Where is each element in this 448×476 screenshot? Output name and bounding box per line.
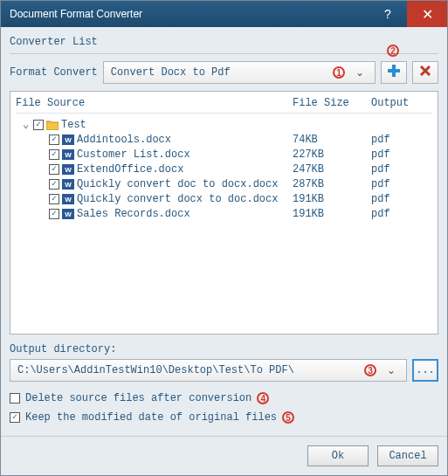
- tree-file-row[interactable]: ✓WExtendOffice.docx247KBpdf: [16, 162, 432, 176]
- tree-header: File Source File Size Output: [16, 95, 432, 114]
- file-name: Addintools.docx: [77, 134, 171, 146]
- svg-text:W: W: [65, 196, 72, 204]
- file-checkbox[interactable]: ✓: [49, 149, 59, 160]
- file-checkbox[interactable]: ✓: [49, 179, 59, 190]
- add-button[interactable]: 2: [381, 61, 407, 84]
- remove-button[interactable]: [412, 61, 438, 84]
- tree-file-row[interactable]: ✓WQuickly convert doc to docx.docx287KBp…: [16, 176, 432, 191]
- file-size: 247KB: [293, 163, 371, 176]
- word-icon: W: [62, 164, 74, 175]
- close-button[interactable]: ✕: [407, 1, 447, 27]
- file-checkbox[interactable]: ✓: [49, 209, 59, 219]
- ok-button[interactable]: Ok: [307, 445, 369, 466]
- annotation-badge-2: 2: [387, 45, 399, 57]
- word-icon: W: [62, 194, 74, 204]
- output-directory-value: C:\Users\AddinTestWin10\Desktop\Test\To …: [17, 364, 383, 376]
- file-name: ExtendOffice.docx: [77, 163, 183, 176]
- help-button[interactable]: ?: [369, 1, 407, 27]
- word-icon: W: [62, 135, 74, 145]
- file-name: Quickly convert docx to doc.docx: [77, 193, 278, 205]
- keep-date-label: Keep the modified date of original files: [25, 411, 277, 424]
- folder-icon: [46, 120, 59, 130]
- output-directory-select[interactable]: C:\Users\AddinTestWin10\Desktop\Test\To …: [10, 359, 407, 382]
- chevron-down-icon: ⌄: [383, 364, 399, 376]
- titlebar: Document Format Converter ? ✕: [1, 1, 447, 27]
- svg-text:W: W: [65, 210, 72, 218]
- file-checkbox[interactable]: ✓: [49, 135, 59, 145]
- word-icon: W: [62, 179, 74, 190]
- tree-file-row[interactable]: ✓WAddintools.docx74KBpdf: [16, 132, 432, 147]
- col-output[interactable]: Output: [371, 97, 432, 109]
- col-source[interactable]: File Source: [16, 97, 293, 109]
- format-convert-value: Convert Docx to Pdf: [111, 66, 352, 79]
- file-output: pdf: [371, 163, 432, 176]
- file-output: pdf: [371, 178, 432, 190]
- browse-button[interactable]: ...: [412, 359, 438, 382]
- file-name: Quickly convert doc to docx.docx: [77, 178, 278, 190]
- file-size: 191KB: [293, 193, 371, 205]
- file-size: 227KB: [293, 148, 371, 161]
- file-size: 287KB: [293, 178, 371, 190]
- converter-list-label: Converter List: [10, 36, 438, 48]
- cross-icon: [419, 65, 431, 80]
- file-output: pdf: [371, 208, 432, 220]
- window-title: Document Format Converter: [10, 8, 369, 20]
- annotation-badge-5: 5: [282, 411, 294, 424]
- word-icon: W: [62, 209, 74, 219]
- tree-root-row[interactable]: ⌄✓Test: [16, 117, 432, 132]
- annotation-badge-1: 1: [333, 66, 345, 79]
- svg-text:W: W: [65, 151, 72, 159]
- tree-rows: ⌄✓Test✓WAddintools.docx74KBpdf✓WCustomer…: [16, 117, 432, 330]
- tree-file-row[interactable]: ✓WQuickly convert docx to doc.docx191KBp…: [16, 191, 432, 206]
- close-icon: ✕: [422, 6, 433, 23]
- annotation-badge-3: 3: [364, 364, 376, 376]
- file-output: pdf: [371, 134, 432, 146]
- chevron-down-icon: ⌄: [352, 66, 368, 79]
- file-checkbox[interactable]: ✓: [33, 120, 44, 130]
- format-convert-label: Format Convert: [10, 66, 98, 79]
- dialog-body: Converter List Format Convert Convert Do…: [1, 27, 447, 436]
- format-convert-row: Format Convert Convert Docx to Pdf 1 ⌄ 2: [10, 61, 438, 84]
- delete-source-checkbox[interactable]: [10, 393, 20, 404]
- dialog-footer: Ok Cancel: [1, 436, 447, 475]
- keep-date-checkbox[interactable]: ✓: [10, 412, 20, 423]
- file-size: 74KB: [293, 134, 371, 146]
- svg-text:W: W: [65, 181, 72, 189]
- file-name: Customer List.docx: [77, 148, 190, 161]
- output-directory-label: Output directory:: [10, 343, 438, 355]
- file-checkbox[interactable]: ✓: [49, 164, 59, 175]
- tree-file-row[interactable]: ✓WSales Records.docx191KBpdf: [16, 206, 432, 221]
- col-size[interactable]: File Size: [293, 97, 371, 109]
- file-checkbox[interactable]: ✓: [49, 194, 59, 204]
- output-directory-row: C:\Users\AddinTestWin10\Desktop\Test\To …: [10, 359, 438, 382]
- annotation-badge-4: 4: [257, 392, 269, 404]
- plus-icon: [387, 64, 401, 81]
- file-tree-pane: File Source File Size Output ⌄✓Test✓WAdd…: [10, 91, 438, 335]
- keep-date-row: ✓ Keep the modified date of original fil…: [10, 411, 438, 424]
- file-size: 191KB: [293, 208, 371, 220]
- ellipsis-icon: ...: [416, 364, 435, 376]
- file-output: pdf: [371, 193, 432, 205]
- word-icon: W: [62, 149, 74, 160]
- divider: [10, 53, 438, 54]
- dialog-window: Document Format Converter ? ✕ Converter …: [0, 0, 448, 476]
- delete-source-label: Delete source files after conversion: [25, 392, 252, 404]
- tree-file-row[interactable]: ✓WCustomer List.docx227KBpdf: [16, 147, 432, 162]
- delete-source-row: Delete source files after conversion 4: [10, 392, 438, 404]
- svg-rect-1: [388, 69, 400, 72]
- cancel-button[interactable]: Cancel: [377, 445, 438, 466]
- file-output: pdf: [371, 148, 432, 161]
- format-convert-select[interactable]: Convert Docx to Pdf 1 ⌄: [103, 61, 376, 84]
- svg-text:W: W: [65, 136, 72, 144]
- expander-icon[interactable]: ⌄: [21, 118, 31, 131]
- svg-text:W: W: [65, 166, 72, 174]
- folder-name: Test: [61, 119, 86, 131]
- file-name: Sales Records.docx: [77, 208, 190, 220]
